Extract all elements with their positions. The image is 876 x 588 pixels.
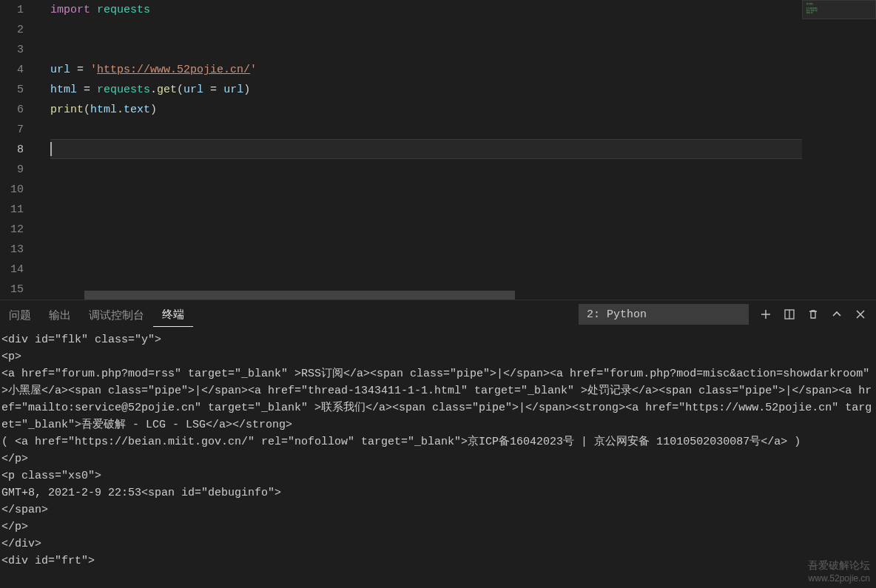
tab-debug-console[interactable]: 调试控制台 xyxy=(80,303,153,327)
new-terminal-button[interactable] xyxy=(759,308,772,321)
line-number: 10 xyxy=(0,180,24,200)
line-number: 2 xyxy=(0,20,24,40)
line-number: 4 xyxy=(0,60,24,80)
line-number: 11 xyxy=(0,200,24,220)
code-line xyxy=(50,120,802,140)
terminal-selector[interactable]: 2: Python xyxy=(579,304,749,325)
line-number: 15 xyxy=(0,280,24,300)
code-line: url = 'https://www.52pojie.cn/' xyxy=(50,60,802,80)
code-line xyxy=(50,258,802,278)
code-line: import requests xyxy=(50,0,802,20)
maximize-panel-button[interactable] xyxy=(830,308,843,321)
code-line xyxy=(50,40,802,60)
code-line xyxy=(50,178,802,198)
cursor xyxy=(50,142,52,156)
code-line: html = requests.get(url = url) xyxy=(50,80,802,100)
close-panel-button[interactable] xyxy=(854,308,867,321)
code-line xyxy=(50,218,802,238)
minimap[interactable]: ██ █████ █ ██████████ █ ████ ██████ ██ xyxy=(802,0,876,300)
split-icon xyxy=(784,308,795,320)
minimap-content: ██ █████ █ ██████████ █ ████ ██████ ██ xyxy=(802,0,876,17)
code-line xyxy=(50,20,802,40)
line-number: 5 xyxy=(0,80,24,100)
tab-output[interactable]: 输出 xyxy=(40,303,80,327)
line-number: 3 xyxy=(0,40,24,60)
tab-problems[interactable]: 问题 xyxy=(0,303,40,327)
add-icon xyxy=(760,308,772,320)
trash-icon xyxy=(807,308,819,320)
line-number: 13 xyxy=(0,240,24,260)
panel-actions: 2: Python xyxy=(579,304,867,325)
code-editor[interactable]: import requests url = 'https://www.52poj… xyxy=(37,0,802,300)
split-terminal-button[interactable] xyxy=(783,308,796,321)
line-number: 8 xyxy=(0,140,24,160)
code-line-active xyxy=(50,139,802,159)
line-number: 1 xyxy=(0,0,24,20)
scrollbar-thumb[interactable] xyxy=(84,291,515,300)
terminal-selector-label: 2: Python xyxy=(587,308,647,321)
code-line xyxy=(50,158,802,178)
line-number: 7 xyxy=(0,120,24,140)
tab-terminal[interactable]: 终端 xyxy=(153,302,193,327)
horizontal-scrollbar[interactable] xyxy=(84,291,802,300)
chevron-up-icon xyxy=(831,308,843,320)
line-number: 12 xyxy=(0,220,24,240)
kill-terminal-button[interactable] xyxy=(806,308,820,321)
line-number-gutter: 1 2 3 4 5 6 7 8 9 10 11 12 13 14 15 xyxy=(0,0,37,300)
line-number: 14 xyxy=(0,260,24,280)
bottom-panel: 问题 输出 调试控制台 终端 2: Python xyxy=(0,300,876,588)
close-icon xyxy=(855,308,866,320)
line-number: 6 xyxy=(0,100,24,120)
line-number: 9 xyxy=(0,160,24,180)
editor-area: 1 2 3 4 5 6 7 8 9 10 11 12 13 14 15 impo… xyxy=(0,0,876,300)
terminal-output[interactable]: <div id="flk" class="y"> <p> <a href="fo… xyxy=(0,328,876,588)
code-line: print(html.text) xyxy=(50,100,802,120)
code-line xyxy=(50,238,802,258)
code-line xyxy=(50,198,802,218)
panel-tab-bar: 问题 输出 调试控制台 终端 2: Python xyxy=(0,300,876,328)
